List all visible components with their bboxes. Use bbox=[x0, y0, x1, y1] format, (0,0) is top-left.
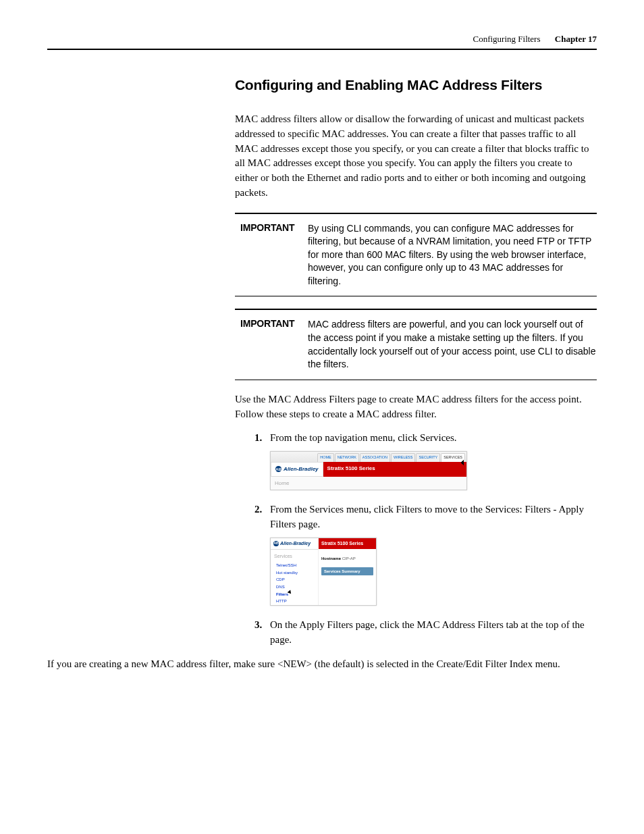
sidebar-link-filters-label: Filters bbox=[276, 592, 288, 596]
sidebar-link-hotstandby[interactable]: Hot standby bbox=[271, 569, 318, 577]
main-content: Configuring and Enabling MAC Address Fil… bbox=[235, 77, 597, 671]
tab-association[interactable]: ASSOCIATION bbox=[360, 453, 390, 462]
tab-network[interactable]: NETWORK bbox=[335, 453, 359, 462]
step-2-text: From the Services menu, click Filters to… bbox=[270, 504, 584, 529]
step-1: From the top navigation menu, click Serv… bbox=[265, 431, 597, 490]
nav-tabs: HOME NETWORK ASSOCIATION WIRELESS SECURI… bbox=[271, 452, 466, 462]
tab-home[interactable]: HOME bbox=[317, 453, 334, 462]
header-section: Configuring Filters bbox=[473, 34, 540, 44]
sidebar-link-dns[interactable]: DNS bbox=[271, 583, 318, 591]
product-title: Stratix 5100 Series bbox=[319, 538, 376, 549]
step-1-text: From the top navigation menu, click Serv… bbox=[270, 432, 457, 443]
brand-icon: AB bbox=[273, 541, 279, 546]
important-block-1: IMPORTANT By using CLI commands, you can… bbox=[235, 213, 597, 297]
closing-paragraph: If you are creating a new MAC address fi… bbox=[47, 657, 597, 672]
sidebar-link-cdp[interactable]: CDP bbox=[271, 576, 318, 583]
step-3-text: On the Apply Filters page, click the MAC… bbox=[270, 619, 585, 645]
important-text-2: MAC address filters are powerful, and yo… bbox=[308, 318, 597, 371]
breadcrumb-home: Home bbox=[271, 477, 466, 490]
sidebar-link-http[interactable]: HTTP bbox=[271, 598, 318, 605]
important-text-1: By using CLI commands, you can configure… bbox=[308, 222, 597, 288]
cursor-icon bbox=[288, 590, 293, 595]
brand-icon: AB bbox=[275, 466, 281, 472]
important-block-2: IMPORTANT MAC address filters are powerf… bbox=[235, 309, 597, 380]
running-header: Configuring Filters Chapter 17 bbox=[47, 34, 597, 45]
product-title: Stratix 5100 Series bbox=[323, 462, 466, 477]
step-3: On the Apply Filters page, click the MAC… bbox=[265, 618, 597, 648]
tab-security[interactable]: SECURITY bbox=[416, 453, 440, 462]
sidebar-link-telnet[interactable]: Telnet/SSH bbox=[271, 562, 318, 569]
important-label: IMPORTANT bbox=[235, 222, 308, 288]
intro-paragraph: MAC address filters allow or disallow th… bbox=[235, 112, 597, 201]
brand-logo: AB Allen-Bradley bbox=[271, 538, 318, 550]
sidebar-category: Services bbox=[271, 550, 318, 562]
brand-logo: AB Allen-Bradley bbox=[271, 462, 323, 477]
header-chapter: Chapter 17 bbox=[555, 34, 597, 44]
page-title: Configuring and Enabling MAC Address Fil… bbox=[235, 77, 597, 93]
step-2: From the Services menu, click Filters to… bbox=[265, 502, 597, 606]
brand-name: Allen-Bradley bbox=[284, 465, 319, 473]
important-label: IMPORTANT bbox=[235, 318, 308, 371]
instruction-paragraph: Use the MAC Address Filters page to crea… bbox=[235, 392, 597, 422]
hostname-label: Hostname bbox=[321, 556, 341, 561]
header-rule bbox=[47, 49, 597, 50]
steps-list: From the top navigation menu, click Serv… bbox=[235, 431, 597, 647]
hostname-value: CIP-AP bbox=[342, 556, 356, 561]
sidebar-link-filters[interactable]: Filters bbox=[271, 591, 318, 598]
tab-wireless[interactable]: WIRELESS bbox=[391, 453, 415, 462]
tab-services[interactable]: SERVICES bbox=[441, 453, 465, 462]
brand-name: Allen-Bradley bbox=[280, 540, 311, 547]
services-summary-heading: Services Summary bbox=[321, 567, 373, 576]
hostname-field: Hostname CIP-AP bbox=[319, 549, 376, 566]
screenshot-nav-menu: HOME NETWORK ASSOCIATION WIRELESS SECURI… bbox=[270, 451, 467, 490]
screenshot-services-menu: AB Allen-Bradley Services Telnet/SSH Hot… bbox=[270, 538, 377, 606]
